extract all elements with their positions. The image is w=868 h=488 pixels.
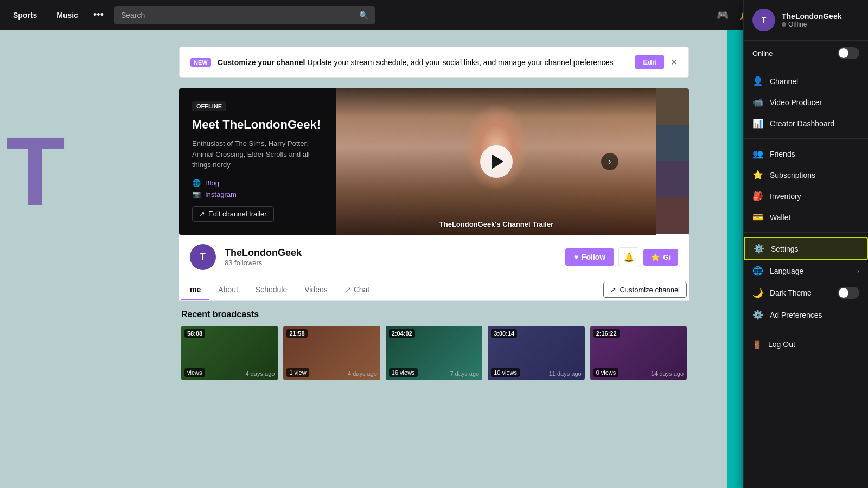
online-toggle[interactable] <box>838 47 859 59</box>
video-player-area[interactable]: TheLondonGeek's Channel Trailer › <box>336 88 656 235</box>
dropdown-item-wallet[interactable]: 💳 Wallet <box>744 207 868 228</box>
inventory-icon: 🎒 <box>752 191 763 201</box>
instagram-icon: 📷 <box>192 190 201 198</box>
notification-bell-button[interactable]: 🔔 <box>618 247 639 267</box>
side-thumb-4[interactable] <box>656 197 689 234</box>
search-input[interactable] <box>121 11 359 20</box>
subscriptions-icon: ⭐ <box>752 170 763 180</box>
customize-channel-button[interactable]: ↗ Customize channel <box>603 282 687 298</box>
edit-trailer-button[interactable]: ↗ Edit channel trailer <box>192 206 274 222</box>
controller-icon-btn[interactable]: 🎮 <box>714 7 731 23</box>
play-icon <box>492 154 503 169</box>
broadcast-card-4[interactable]: 3:00:14 10 views 11 days ago <box>488 326 584 380</box>
streamer-info: TheLondonGeek 83 followers <box>225 247 557 267</box>
social-links: 🌐 Blog 📷 Instagram <box>192 179 323 198</box>
user-dropdown-menu: T TheLondonGeek Offline Online 👤 Channel… <box>743 0 868 488</box>
edit-button[interactable]: Edit <box>635 55 664 69</box>
dark-theme-label: Dark Theme <box>770 288 812 297</box>
nav-sports[interactable]: Sports <box>9 9 41 22</box>
side-thumb-1[interactable] <box>656 88 689 125</box>
subscriptions-label: Subscriptions <box>770 171 815 179</box>
broadcast-card-3[interactable]: 2:04:02 16 views 7 days ago <box>386 326 482 380</box>
dropdown-item-dark-theme[interactable]: 🌙 Dark Theme <box>744 281 868 304</box>
search-icon: 🔍 <box>359 11 368 20</box>
tab-videos[interactable]: Videos <box>296 279 336 300</box>
customize-banner: NEW Customize your channel Update your s… <box>179 47 689 78</box>
tab-schedule[interactable]: Schedule <box>247 279 296 300</box>
creator-dashboard-icon: 📊 <box>752 118 763 129</box>
external-link-icon: ↗ <box>345 285 354 294</box>
dropdown-status: Offline <box>782 21 841 28</box>
dropdown-item-channel[interactable]: 👤 Channel <box>744 70 868 92</box>
duration-1: 58:08 <box>184 329 205 338</box>
dropdown-item-language[interactable]: 🌐 Language › <box>744 260 868 281</box>
dark-theme-toggle-thumb <box>839 288 848 298</box>
channel-icon: 👤 <box>752 76 763 86</box>
search-bar[interactable]: 🔍 <box>114 6 375 24</box>
ad-preferences-icon: ⚙️ <box>752 310 763 320</box>
offline-badge: OFFLINE <box>192 101 226 111</box>
next-video-button[interactable]: › <box>601 153 618 170</box>
dropdown-item-creator-dashboard[interactable]: 📊 Creator Dashboard <box>744 113 868 134</box>
edit-trailer-label: Edit channel trailer <box>208 210 267 218</box>
star-gift-icon: ⭐ <box>651 253 660 261</box>
side-thumb-3[interactable] <box>656 161 689 197</box>
instagram-label: Instagram <box>205 190 237 198</box>
dropdown-mid-items: 👥 Friends ⭐ Subscriptions 🎒 Inventory 💳 … <box>744 139 868 233</box>
broadcasts-grid: 58:08 views 4 days ago 21:58 1 view 4 da… <box>181 326 687 380</box>
nav-music[interactable]: Music <box>52 9 82 22</box>
gift-button[interactable]: ⭐ Gi <box>643 249 678 266</box>
gift-label: Gi <box>663 253 671 261</box>
tab-home[interactable]: me <box>181 279 209 300</box>
heart-icon: ♥ <box>574 253 578 261</box>
edit-trailer-icon: ↗ <box>199 210 205 218</box>
channel-label: Channel <box>770 77 798 86</box>
views-4: 10 views <box>491 368 520 377</box>
streamer-name: TheLondonGeek <box>225 247 557 259</box>
streamer-actions: ♥ Follow 🔔 ⭐ Gi <box>565 247 678 267</box>
teal-sidebar <box>727 30 743 488</box>
dropdown-item-logout[interactable]: 🚪 Log Out <box>744 335 868 354</box>
dropdown-item-friends[interactable]: 👥 Friends <box>744 143 868 164</box>
broadcast-card-1[interactable]: 58:08 views 4 days ago <box>181 326 278 380</box>
recent-broadcasts-title: Recent broadcasts <box>181 310 687 319</box>
tab-chat[interactable]: ↗ Chat <box>336 279 378 300</box>
channel-main-card: OFFLINE Meet TheLondonGeek! Enthusiast o… <box>179 88 689 235</box>
dropdown-avatar: T <box>752 9 775 31</box>
tab-about[interactable]: About <box>209 279 247 300</box>
video-producer-label: Video Producer <box>770 98 822 107</box>
time-4: 11 days ago <box>549 370 582 377</box>
blog-icon: 🌐 <box>192 179 201 187</box>
logout-section: 🚪 Log Out <box>744 330 868 358</box>
chevron-right-icon: › <box>857 267 859 275</box>
views-3: 16 views <box>389 368 418 377</box>
dropdown-item-video-producer[interactable]: 📹 Video Producer <box>744 92 868 113</box>
dropdown-user-info: TheLondonGeek Offline <box>782 12 841 28</box>
dropdown-item-subscriptions[interactable]: ⭐ Subscriptions <box>744 164 868 185</box>
time-2: 4 days ago <box>348 370 377 377</box>
instagram-link[interactable]: 📷 Instagram <box>192 190 323 198</box>
views-2: 1 view <box>286 368 309 377</box>
blog-label: Blog <box>205 179 219 187</box>
broadcast-card-5[interactable]: 2:16:22 0 views 14 days ago <box>590 326 687 380</box>
blog-link[interactable]: 🌐 Blog <box>192 179 323 187</box>
close-banner-button[interactable]: ✕ <box>671 57 678 67</box>
play-button[interactable] <box>480 145 513 178</box>
settings-label: Settings <box>771 245 799 253</box>
dropdown-item-inventory[interactable]: 🎒 Inventory <box>744 185 868 207</box>
dropdown-item-settings[interactable]: ⚙️ Settings <box>744 237 868 260</box>
wallet-icon: 💳 <box>752 212 763 222</box>
toggle-thumb <box>839 48 848 58</box>
broadcast-card-2[interactable]: 21:58 1 view 4 days ago <box>283 326 380 380</box>
friends-icon: 👥 <box>752 149 763 159</box>
dark-theme-toggle[interactable] <box>838 287 859 299</box>
broadcast-thumb-5: 2:16:22 0 views 14 days ago <box>590 326 687 380</box>
dropdown-username: TheLondonGeek <box>782 12 841 21</box>
side-thumb-2[interactable] <box>656 125 689 161</box>
nav-more[interactable]: ••• <box>93 9 104 21</box>
wallet-label: Wallet <box>770 213 790 222</box>
inventory-label: Inventory <box>770 192 801 201</box>
dropdown-item-ad-preferences[interactable]: ⚙️ Ad Preferences <box>744 304 868 325</box>
follow-button[interactable]: ♥ Follow <box>565 248 615 266</box>
streamer-avatar: T <box>190 244 216 270</box>
